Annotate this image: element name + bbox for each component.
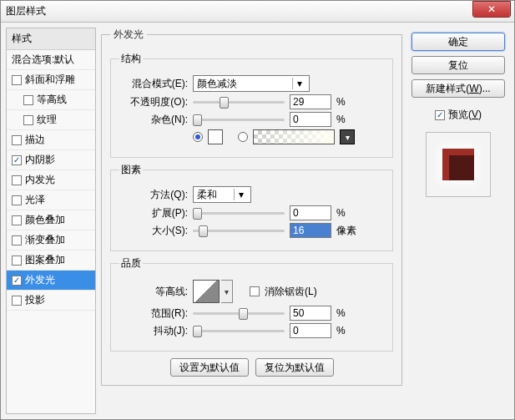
sidebar-checkbox[interactable] bbox=[23, 115, 33, 125]
spread-label: 扩展(P): bbox=[119, 206, 188, 220]
sidebar-item-外发光[interactable]: 外发光 bbox=[7, 271, 95, 291]
layer-style-dialog: 图层样式 ✕ 样式 混合选项:默认 斜面和浮雕等高线纹理描边内阴影内发光光泽颜色… bbox=[0, 0, 515, 420]
antialias-checkbox[interactable] bbox=[250, 286, 260, 296]
sidebar-checkbox[interactable] bbox=[12, 155, 22, 165]
blend-mode-dropdown[interactable]: 颜色减淡 ▾ bbox=[193, 75, 310, 92]
jitter-slider[interactable] bbox=[193, 323, 285, 338]
technique-dropdown[interactable]: 柔和 ▾ bbox=[193, 186, 251, 203]
sidebar-checkbox[interactable] bbox=[12, 75, 22, 85]
sidebar-item-label: 图案叠加 bbox=[25, 253, 65, 267]
chevron-down-icon: ▾ bbox=[292, 78, 305, 89]
titlebar: 图层样式 ✕ bbox=[1, 1, 514, 23]
sidebar-item-label: 投影 bbox=[25, 293, 45, 307]
reset-default-button[interactable]: 复位为默认值 bbox=[255, 358, 334, 377]
noise-input[interactable]: 0 bbox=[290, 112, 331, 127]
sidebar-checkbox[interactable] bbox=[12, 276, 22, 286]
gradient-picker[interactable] bbox=[253, 129, 335, 144]
panel-title: 外发光 bbox=[110, 28, 147, 42]
opacity-input[interactable]: 29 bbox=[290, 94, 331, 109]
sidebar-item-label: 内发光 bbox=[25, 173, 55, 187]
quality-group: 品质 等高线: ▾ 消除锯齿(L) 范围(R): bbox=[110, 256, 393, 352]
sidebar-item-label: 等高线 bbox=[37, 93, 67, 107]
sidebar-checkbox[interactable] bbox=[12, 256, 22, 266]
close-button[interactable]: ✕ bbox=[472, 1, 511, 18]
range-input[interactable]: 50 bbox=[290, 306, 331, 321]
chevron-down-icon[interactable]: ▾ bbox=[221, 280, 233, 303]
sidebar-checkbox[interactable] bbox=[12, 175, 22, 185]
contour-picker[interactable] bbox=[193, 280, 220, 303]
blend-mode-label: 混合模式(E): bbox=[119, 77, 188, 91]
sidebar-item-渐变叠加[interactable]: 渐变叠加 bbox=[7, 230, 95, 250]
jitter-input[interactable]: 0 bbox=[290, 323, 331, 338]
spread-slider[interactable] bbox=[193, 205, 285, 220]
sidebar-item-label: 纹理 bbox=[37, 113, 57, 127]
quality-legend: 品质 bbox=[119, 256, 143, 271]
sidebar-item-label: 光泽 bbox=[25, 193, 45, 207]
sidebar-item-label: 斜面和浮雕 bbox=[25, 73, 75, 87]
sidebar-item-内发光[interactable]: 内发光 bbox=[7, 170, 95, 190]
structure-group: 结构 混合模式(E): 颜色减淡 ▾ 不透明度(O): 29 bbox=[110, 52, 393, 158]
spread-input[interactable]: 0 bbox=[290, 205, 331, 220]
new-style-button[interactable]: 新建样式(W)... bbox=[411, 79, 505, 98]
sidebar-item-label: 内阴影 bbox=[25, 153, 55, 167]
styles-sidebar: 样式 混合选项:默认 斜面和浮雕等高线纹理描边内阴影内发光光泽颜色叠加渐变叠加图… bbox=[6, 28, 96, 414]
sidebar-item-纹理[interactable]: 纹理 bbox=[7, 110, 95, 130]
sidebar-item-等高线[interactable]: 等高线 bbox=[7, 90, 95, 110]
sidebar-item-图案叠加[interactable]: 图案叠加 bbox=[7, 250, 95, 271]
elements-legend: 图素 bbox=[119, 163, 143, 177]
color-swatch[interactable] bbox=[208, 129, 223, 144]
outer-glow-panel: 外发光 结构 混合模式(E): 颜色减淡 ▾ 不透明度(O): bbox=[101, 28, 402, 386]
size-slider[interactable] bbox=[193, 223, 285, 238]
gradient-radio[interactable] bbox=[238, 132, 248, 142]
sidebar-item-光泽[interactable]: 光泽 bbox=[7, 190, 95, 210]
window-title: 图层样式 bbox=[6, 4, 46, 18]
sidebar-item-颜色叠加[interactable]: 颜色叠加 bbox=[7, 210, 95, 230]
sidebar-checkbox[interactable] bbox=[12, 195, 22, 205]
reset-button[interactable]: 复位 bbox=[411, 56, 505, 74]
chevron-down-icon[interactable]: ▾ bbox=[340, 129, 355, 144]
sidebar-checkbox[interactable] bbox=[12, 296, 22, 306]
structure-legend: 结构 bbox=[119, 52, 143, 66]
range-slider[interactable] bbox=[193, 306, 285, 321]
preview-checkbox[interactable] bbox=[435, 110, 445, 120]
opacity-slider[interactable] bbox=[193, 94, 285, 109]
right-column: 确定 复位 新建样式(W)... 预览(V) bbox=[407, 28, 509, 414]
contour-label: 等高线: bbox=[119, 285, 188, 299]
size-label: 大小(S): bbox=[119, 224, 188, 238]
preview-label: 预览(V) bbox=[448, 108, 482, 122]
sidebar-item-投影[interactable]: 投影 bbox=[7, 291, 95, 311]
set-default-button[interactable]: 设置为默认值 bbox=[170, 358, 249, 377]
sidebar-item-label: 外发光 bbox=[25, 273, 55, 287]
ok-button[interactable]: 确定 bbox=[411, 33, 505, 51]
sidebar-checkbox[interactable] bbox=[12, 135, 22, 145]
sidebar-item-内阴影[interactable]: 内阴影 bbox=[7, 150, 95, 170]
noise-slider[interactable] bbox=[193, 112, 285, 127]
elements-group: 图素 方法(Q): 柔和 ▾ 扩展(P): 0 bbox=[110, 163, 393, 251]
noise-label: 杂色(N): bbox=[119, 113, 188, 127]
preview-thumbnail bbox=[426, 132, 491, 197]
technique-label: 方法(Q): bbox=[119, 188, 188, 202]
sidebar-item-label: 描边 bbox=[25, 133, 45, 147]
sidebar-item-斜面和浮雕[interactable]: 斜面和浮雕 bbox=[7, 70, 95, 90]
sidebar-item-描边[interactable]: 描边 bbox=[7, 130, 95, 150]
color-radio[interactable] bbox=[193, 132, 203, 142]
sidebar-blend-defaults[interactable]: 混合选项:默认 bbox=[7, 50, 95, 70]
jitter-label: 抖动(J): bbox=[119, 324, 188, 338]
sidebar-checkbox[interactable] bbox=[12, 235, 22, 245]
antialias-label: 消除锯齿(L) bbox=[265, 285, 317, 299]
opacity-label: 不透明度(O): bbox=[119, 95, 188, 109]
sidebar-header: 样式 bbox=[7, 28, 95, 50]
sidebar-item-label: 渐变叠加 bbox=[25, 233, 65, 247]
sidebar-checkbox[interactable] bbox=[23, 95, 33, 105]
chevron-down-icon: ▾ bbox=[234, 189, 247, 200]
size-input[interactable]: 16 bbox=[290, 223, 331, 238]
sidebar-checkbox[interactable] bbox=[12, 215, 22, 225]
main-area: 外发光 结构 混合模式(E): 颜色减淡 ▾ 不透明度(O): bbox=[101, 28, 402, 414]
range-label: 范围(R): bbox=[119, 306, 188, 321]
sidebar-item-label: 颜色叠加 bbox=[25, 213, 65, 227]
